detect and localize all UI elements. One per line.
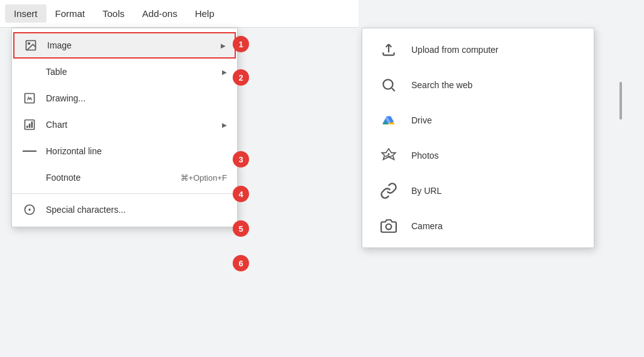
dropdown-item-chart[interactable]: Chart ▶ [12,111,237,138]
special-label: Special characters... [46,205,227,215]
upload-label: Upload from computer [411,45,579,55]
table-icon: ▪ [21,67,38,77]
chart-label: Chart [46,120,217,130]
step-badge-1: 1 [233,36,249,52]
table-label: Table [46,67,217,77]
photos-icon [377,147,400,164]
footnote-label: Footnote [46,173,180,183]
search-web-label: Search the web [411,80,579,90]
photos-label: Photos [411,150,579,161]
dropdown-item-footnote[interactable]: Footnote ⌘+Option+F [12,164,237,191]
table-submenu-arrow: ▶ [222,69,227,76]
dropdown-item-hline[interactable]: Horizontal line [12,138,237,164]
menu-addons[interactable]: Add-ons [133,4,186,23]
submenu-by-url[interactable]: By URL [362,173,594,208]
menu-bar: Insert Format Tools Add-ons Help [0,0,358,28]
insert-dropdown: Image ▶ ▪ Table ▶ Drawing... Chart ▶ [11,28,238,227]
drive-icon [377,112,400,128]
drawing-icon [21,92,38,105]
chart-submenu-arrow: ▶ [222,122,227,128]
image-submenu-arrow: ▶ [221,42,226,49]
menu-tools[interactable]: Tools [94,4,133,23]
upload-icon [377,42,400,58]
image-label: Image [47,40,216,50]
svg-rect-5 [29,123,31,128]
svg-point-11 [386,224,392,230]
scrollbar[interactable] [619,82,622,120]
svg-point-1 [28,43,30,45]
divider [12,193,237,194]
step-badge-2: 2 [233,69,249,86]
image-icon [22,39,40,52]
search-icon [377,77,400,93]
chart-icon [21,118,38,131]
drawing-label: Drawing... [46,93,227,103]
svg-point-10 [387,153,389,155]
menu-insert[interactable]: Insert [5,4,47,23]
drive-label: Drive [411,115,579,125]
dropdown-item-drawing[interactable]: Drawing... [12,85,237,111]
menu-format[interactable]: Format [47,4,94,23]
dropdown-item-special[interactable]: Special characters... [12,196,237,223]
step-badge-3: 3 [233,151,249,167]
image-submenu: Upload from computer Search the web Driv… [362,28,594,248]
svg-point-9 [383,79,392,89]
special-icon [21,203,38,216]
hline-label: Horizontal line [46,146,227,156]
camera-icon [377,218,400,234]
submenu-camera[interactable]: Camera [362,208,594,244]
menu-help[interactable]: Help [186,4,223,23]
svg-rect-4 [26,126,28,128]
submenu-upload[interactable]: Upload from computer [362,32,594,67]
url-icon [377,182,400,200]
by-url-label: By URL [411,186,579,196]
step-badge-4: 4 [233,186,249,202]
svg-point-8 [28,208,30,210]
submenu-search-web[interactable]: Search the web [362,67,594,103]
step-badge-6: 6 [233,255,249,271]
svg-rect-2 [25,94,35,103]
dropdown-item-table[interactable]: ▪ Table ▶ [12,59,237,85]
svg-rect-6 [31,122,33,128]
footnote-shortcut: ⌘+Option+F [180,173,227,183]
hline-icon [21,150,38,152]
dropdown-item-image[interactable]: Image ▶ [13,32,236,59]
submenu-photos[interactable]: Photos [362,138,594,173]
submenu-drive[interactable]: Drive [362,103,594,138]
camera-label: Camera [411,221,579,231]
step-badge-5: 5 [233,220,249,237]
